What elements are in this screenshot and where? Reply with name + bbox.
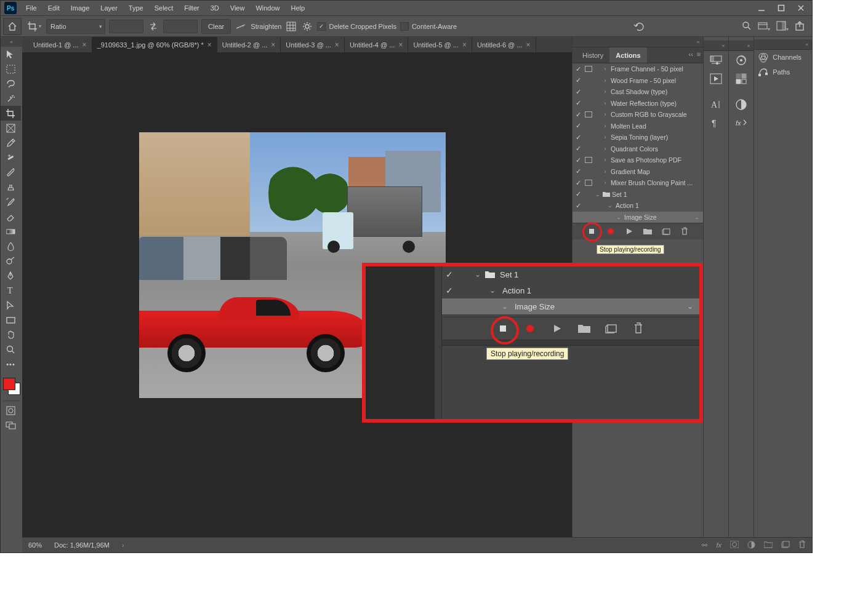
menu-edit[interactable]: Edit xyxy=(42,1,65,15)
stop-recording-button[interactable] xyxy=(585,225,598,237)
maximize-button[interactable] xyxy=(776,4,786,12)
layer-fx-icon[interactable]: fx xyxy=(716,541,721,549)
begin-recording-button[interactable] xyxy=(605,226,616,237)
check-icon[interactable] xyxy=(573,122,584,130)
height-input[interactable] xyxy=(163,20,198,33)
action-row[interactable]: ›Quadrant Colors xyxy=(573,143,703,155)
chevron-down-icon[interactable]: ⌄ xyxy=(694,214,703,220)
minimize-button[interactable] xyxy=(757,4,766,12)
panel-collapse-icon[interactable]: « xyxy=(729,41,753,51)
dialog-toggle-icon[interactable] xyxy=(584,111,593,118)
expand-icon[interactable]: › xyxy=(601,180,609,186)
action-row[interactable]: ›Cast Shadow (type) xyxy=(573,86,703,98)
move-tool[interactable] xyxy=(1,47,21,62)
collapse-icon[interactable]: ⌄ xyxy=(472,270,484,279)
begin-recording-button[interactable] xyxy=(523,321,537,336)
new-set-button[interactable] xyxy=(577,321,592,336)
new-action-button[interactable] xyxy=(661,226,672,237)
expand-icon[interactable]: › xyxy=(601,100,609,106)
document-tab[interactable]: Untitled-2 @ ...× xyxy=(217,37,281,52)
share-icon[interactable] xyxy=(795,21,805,32)
action-step-row[interactable]: ⌄Image Size⌄ xyxy=(442,298,699,314)
dialog-toggle-icon[interactable] xyxy=(584,66,593,72)
close-icon[interactable]: × xyxy=(462,41,467,49)
reset-crop-icon[interactable] xyxy=(633,20,646,33)
action-step-row[interactable]: ⌄Image Size⌄ xyxy=(573,212,703,223)
collapse-icon[interactable]: ⌄ xyxy=(499,302,511,311)
width-input[interactable] xyxy=(109,20,143,33)
expand-icon[interactable]: › xyxy=(601,146,609,152)
foreground-color-swatch[interactable] xyxy=(3,378,15,390)
action-row[interactable]: ›Save as Photoshop PDF xyxy=(573,154,703,166)
marquee-tool[interactable] xyxy=(1,62,21,76)
action-row[interactable]: ›Mixer Brush Cloning Paint ... xyxy=(573,177,703,189)
zoom-tool[interactable] xyxy=(1,342,21,357)
check-icon[interactable] xyxy=(573,65,584,73)
channels-panel-button[interactable]: Channels xyxy=(754,50,812,65)
dodge-tool[interactable] xyxy=(1,253,21,268)
expand-icon[interactable]: › xyxy=(601,111,609,118)
new-action-button[interactable] xyxy=(604,321,619,336)
panel-prev-icon[interactable]: ‹‹ xyxy=(688,50,693,58)
document-tab[interactable]: Untitled-1 @ ...× xyxy=(28,37,92,52)
layer-mask-icon[interactable] xyxy=(730,541,739,549)
status-chevron-icon[interactable]: › xyxy=(122,541,124,549)
wand-tool[interactable] xyxy=(1,91,21,106)
path-select-tool[interactable] xyxy=(1,298,21,313)
close-button[interactable] xyxy=(796,4,806,12)
check-icon[interactable] xyxy=(442,285,457,295)
delete-button[interactable] xyxy=(631,321,646,336)
check-icon[interactable] xyxy=(573,111,584,119)
chevron-down-icon[interactable]: ⌄ xyxy=(687,302,699,311)
menu-window[interactable]: Window xyxy=(250,1,285,15)
search-icon[interactable] xyxy=(742,21,752,32)
overlay-grid-icon[interactable] xyxy=(285,20,297,33)
menu-view[interactable]: View xyxy=(225,1,251,15)
home-button[interactable] xyxy=(3,18,22,35)
menu-3d[interactable]: 3D xyxy=(205,1,225,15)
screenmode-icon[interactable] xyxy=(1,418,21,433)
stop-recording-button[interactable] xyxy=(496,321,510,336)
content-aware-checkbox[interactable]: Content-Aware xyxy=(400,22,457,31)
check-icon[interactable] xyxy=(573,88,584,96)
new-group-icon[interactable] xyxy=(764,541,773,549)
check-icon[interactable] xyxy=(573,99,584,107)
healing-brush-tool[interactable] xyxy=(1,150,21,165)
adjustments-panel-icon[interactable] xyxy=(729,95,753,114)
close-icon[interactable]: × xyxy=(526,41,531,49)
check-icon[interactable] xyxy=(573,134,584,142)
expand-icon[interactable]: › xyxy=(601,89,609,95)
action-row[interactable]: ›Sepia Toning (layer) xyxy=(573,132,703,143)
action-row[interactable]: ›Water Reflection (type) xyxy=(573,98,703,110)
document-tab[interactable]: Untitled-4 @ ...× xyxy=(345,37,409,52)
panel-menu-icon[interactable]: ≡ xyxy=(697,50,701,58)
expand-icon[interactable]: › xyxy=(601,134,609,140)
quickmask-icon[interactable] xyxy=(1,403,21,418)
collapse-icon[interactable]: ⌄ xyxy=(593,191,602,197)
frame-tool[interactable] xyxy=(1,121,21,135)
expand-icon[interactable]: › xyxy=(601,157,609,163)
document-tab[interactable]: _9109633_1.jpg @ 60% (RGB/8*) *× xyxy=(92,37,217,52)
actions-tab[interactable]: Actions xyxy=(609,47,646,63)
expand-icon[interactable]: › xyxy=(601,78,609,84)
swap-icon[interactable] xyxy=(147,20,159,33)
close-icon[interactable]: × xyxy=(82,41,87,49)
workspace-switcher-icon[interactable]: ▾ xyxy=(776,21,789,32)
check-icon[interactable] xyxy=(573,145,584,153)
crop-tool-icon[interactable]: ▾ xyxy=(25,18,42,34)
brush-tool[interactable] xyxy=(1,165,21,180)
edit-toolbar-icon[interactable]: ••• xyxy=(1,357,21,372)
ratio-dropdown[interactable]: Ratio xyxy=(46,19,105,34)
panel-collapse-icon[interactable]: « xyxy=(704,41,728,51)
document-tab[interactable]: Untitled-5 @ ...× xyxy=(408,37,472,52)
action-row[interactable]: ›Molten Lead xyxy=(573,121,703,132)
action-set-row[interactable]: ⌄Set 1 xyxy=(442,266,699,282)
menu-help[interactable]: Help xyxy=(286,1,311,15)
collapse-icon[interactable]: ⌄ xyxy=(614,214,623,220)
styles-panel-icon[interactable]: fx xyxy=(729,114,753,132)
clear-button[interactable]: Clear xyxy=(201,19,231,34)
check-icon[interactable] xyxy=(573,179,584,187)
expand-icon[interactable]: › xyxy=(601,66,609,72)
menu-file[interactable]: File xyxy=(20,1,42,15)
play-button[interactable] xyxy=(550,321,565,336)
